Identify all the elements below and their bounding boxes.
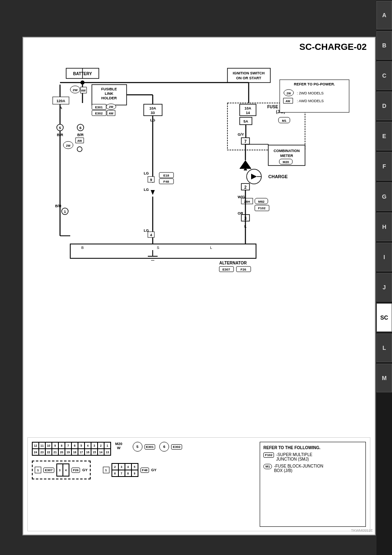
tab-d[interactable]: D xyxy=(376,92,392,120)
svg-text:S: S xyxy=(157,246,159,250)
svg-text:FUSIBLE: FUSIBLE xyxy=(101,87,117,91)
m20-connector-row: 12 11 10 9 8 7 6 5 4 3 2 1 24 xyxy=(32,442,254,456)
sidebar: A B C D E F G H I J SC L M xyxy=(376,0,392,555)
svg-text:ALTERNATOR: ALTERNATOR xyxy=(219,261,247,265)
legend-content: 12 11 10 9 8 7 6 5 4 3 2 1 24 xyxy=(28,438,370,531)
f48-connector: 1 2 3 4 5 6 7 8 9 F48 GY xyxy=(103,461,157,479)
svg-text:14: 14 xyxy=(246,111,250,115)
svg-text:METER: METER xyxy=(280,154,293,158)
svg-text:AW: AW xyxy=(285,100,290,103)
svg-text:6: 6 xyxy=(79,126,81,130)
refer-title: REFER TO THE FOLLOWING. xyxy=(263,445,362,450)
legend-area: 12 11 10 9 8 7 6 5 4 3 2 1 24 xyxy=(27,437,370,531)
m1-row: M1 -FUSE BLOCK-JUNCTIONBOX (J/B) xyxy=(263,464,362,473)
page-title: SC-CHARGE-02 xyxy=(299,42,367,52)
f102-badge: F102 xyxy=(263,452,274,458)
tab-m[interactable]: M xyxy=(376,364,392,392)
tab-i[interactable]: I xyxy=(376,243,392,271)
svg-text:M1: M1 xyxy=(282,119,287,123)
svg-text:E301: E301 xyxy=(95,105,103,109)
svg-text:F102: F102 xyxy=(258,206,266,210)
svg-text:120A: 120A xyxy=(56,99,65,103)
tab-h[interactable]: H xyxy=(376,213,392,241)
svg-marker-57 xyxy=(151,190,155,195)
m1-text: -FUSE BLOCK-JUNCTIONBOX (J/B) xyxy=(274,464,323,473)
tab-j[interactable]: J xyxy=(376,273,392,302)
tab-b[interactable]: B xyxy=(376,31,392,60)
svg-text:2W: 2W xyxy=(66,144,71,147)
m20-label: M20 W xyxy=(115,442,122,450)
svg-text:LG: LG xyxy=(144,228,149,233)
tab-l[interactable]: L xyxy=(376,333,392,362)
svg-text:1: 1 xyxy=(64,210,66,214)
svg-text:E302: E302 xyxy=(95,112,103,115)
legend-left: 12 11 10 9 8 7 6 5 4 3 2 1 24 xyxy=(32,442,254,527)
svg-text:F48: F48 xyxy=(163,180,169,184)
svg-text:B/R: B/R xyxy=(55,204,62,208)
svg-text:B/R: B/R xyxy=(77,133,84,137)
svg-text:LINK: LINK xyxy=(105,92,114,96)
svg-text:B: B xyxy=(81,246,84,250)
tab-a[interactable]: A xyxy=(376,1,392,29)
svg-rect-64 xyxy=(70,244,256,258)
svg-text:L: L xyxy=(210,246,212,250)
svg-text:F26: F26 xyxy=(241,268,246,271)
svg-text:: 2WD MODELS: : 2WD MODELS xyxy=(297,91,324,95)
f102-row: F102 -SUPER MULTIPLEJUNCTION (SMJ) xyxy=(263,452,362,461)
e302-pin: 6 xyxy=(159,442,169,452)
e307-badge: E307 xyxy=(43,468,54,473)
tab-f[interactable]: F xyxy=(376,152,392,181)
svg-point-35 xyxy=(77,147,82,152)
legend-right: REFER TO THE FOLLOWING. F102 -SUPER MULT… xyxy=(260,442,366,527)
bottom-connectors: 1 E307 3 4 F26 GY 1 2 3 xyxy=(32,461,254,479)
watermark: TKWM0551E xyxy=(351,528,373,533)
svg-text:LG: LG xyxy=(144,188,149,192)
e301-connector: 5 E301 xyxy=(133,442,156,452)
svg-text:2W: 2W xyxy=(287,92,291,95)
tab-c[interactable]: C xyxy=(376,61,392,90)
svg-text:4: 4 xyxy=(150,233,152,237)
svg-text:2: 2 xyxy=(244,185,247,190)
tab-g[interactable]: G xyxy=(376,182,392,211)
e302-connector: 6 E302 xyxy=(159,442,182,452)
svg-marker-96 xyxy=(240,160,251,168)
svg-text:AW: AW xyxy=(77,139,82,142)
e301-badge: E301 xyxy=(145,444,156,450)
svg-text:: AWD MODELS: : AWD MODELS xyxy=(297,99,324,103)
svg-text:E18: E18 xyxy=(163,174,169,177)
svg-text:CHARGE: CHARGE xyxy=(268,174,288,179)
f48-badge: F48 xyxy=(140,468,149,473)
f102-text: -SUPER MULTIPLEJUNCTION (SMJ) xyxy=(276,452,312,461)
tab-e[interactable]: E xyxy=(376,122,392,150)
svg-text:5: 5 xyxy=(59,126,61,130)
svg-text:AW: AW xyxy=(109,112,114,115)
svg-text:G/Y: G/Y xyxy=(238,132,244,137)
e301-pin: 5 xyxy=(133,442,143,452)
svg-text:M20: M20 xyxy=(283,160,289,164)
e302-badge: E302 xyxy=(171,444,182,450)
m1-badge: M1 xyxy=(263,464,272,469)
svg-text:LG: LG xyxy=(144,171,149,175)
svg-text:AW: AW xyxy=(81,89,86,92)
svg-text:COMBINATION: COMBINATION xyxy=(274,149,300,153)
svg-text:E307: E307 xyxy=(223,268,230,271)
e307-f26-connector: 1 E307 3 4 F26 GY xyxy=(32,461,91,479)
svg-text:9: 9 xyxy=(150,178,152,182)
main-content: SC-CHARGE-02 BATTERY 2W AW FUSIBLE LINK … xyxy=(22,37,376,535)
wiring-diagram: BATTERY 2W AW FUSIBLE LINK HOLDER 120A A… xyxy=(27,56,370,354)
svg-text:5A: 5A xyxy=(243,119,248,123)
svg-text:REFER TO PG-POWER.: REFER TO PG-POWER. xyxy=(294,82,335,86)
f26-badge: F26 xyxy=(71,468,80,473)
svg-text:2W: 2W xyxy=(73,88,78,92)
svg-text:7: 7 xyxy=(244,139,247,144)
svg-text:IGNITION SWITCH: IGNITION SWITCH xyxy=(233,71,265,75)
svg-text:10A: 10A xyxy=(149,106,156,110)
m20-grid: 12 11 10 9 8 7 6 5 4 3 2 1 24 xyxy=(32,442,111,456)
svg-rect-77 xyxy=(227,68,270,83)
svg-text:10A: 10A xyxy=(245,106,252,110)
svg-text:HOLDER: HOLDER xyxy=(101,96,117,100)
svg-text:2W: 2W xyxy=(109,105,114,108)
tab-sc[interactable]: SC xyxy=(376,303,392,332)
svg-text:ON OR START: ON OR START xyxy=(236,76,261,80)
svg-text:M82: M82 xyxy=(258,200,265,204)
